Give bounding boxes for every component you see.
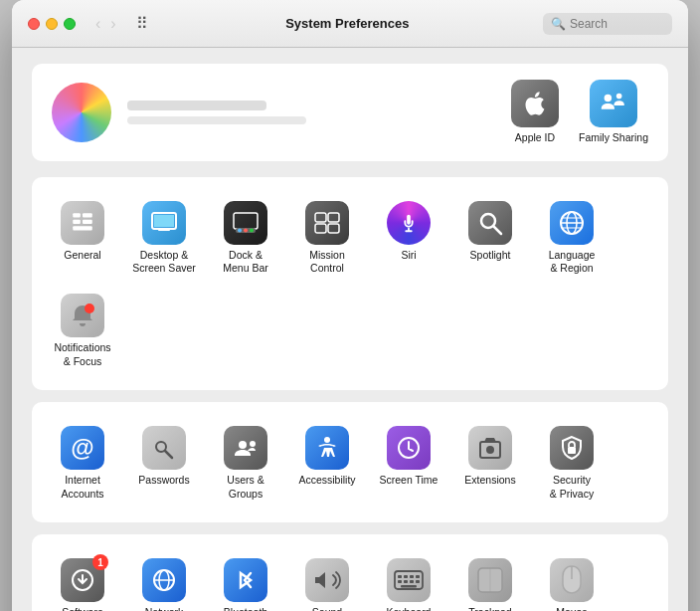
- keyboard-label: Keyboard: [387, 606, 432, 611]
- svg-point-11: [238, 228, 242, 232]
- bluetooth-label: Bluetooth: [224, 606, 267, 611]
- profile-info: [127, 101, 495, 124]
- pref-security[interactable]: Security& Privacy: [533, 418, 611, 507]
- trackpad-icon: [468, 558, 512, 602]
- avatar: [52, 83, 111, 142]
- pref-keyboard[interactable]: Keyboard: [370, 550, 447, 611]
- pref-language[interactable]: Language& Region: [533, 193, 611, 282]
- accessibility-icon: [305, 426, 349, 470]
- personal-grid: General Desktop &Screen Saver: [44, 193, 656, 375]
- svg-point-29: [250, 441, 256, 447]
- pref-users[interactable]: Users &Groups: [207, 418, 284, 507]
- apple-id-icon: [511, 80, 559, 127]
- sound-label: Sound: [312, 606, 342, 611]
- svg-rect-17: [328, 224, 339, 233]
- pref-software-update[interactable]: 1 SoftwareUpdate: [44, 550, 121, 611]
- back-button[interactable]: ‹: [91, 14, 104, 34]
- pref-bluetooth[interactable]: Bluetooth: [207, 550, 284, 611]
- spotlight-label: Spotlight: [470, 249, 511, 263]
- svg-rect-5: [83, 213, 92, 217]
- users-label: Users &Groups: [227, 474, 263, 501]
- software-update-icon: 1: [61, 558, 104, 602]
- users-icon: [224, 426, 267, 470]
- profile-section: Apple ID Family Sharing: [32, 64, 668, 161]
- network-label: Network: [145, 606, 184, 611]
- pref-network[interactable]: Network: [125, 550, 203, 611]
- minimize-button[interactable]: [46, 18, 58, 30]
- maximize-button[interactable]: [64, 18, 76, 30]
- apple-id-label: Apple ID: [515, 131, 555, 145]
- svg-rect-15: [328, 213, 339, 222]
- svg-rect-16: [315, 224, 326, 233]
- svg-rect-8: [154, 215, 174, 227]
- svg-rect-47: [416, 580, 420, 583]
- notifications-label: Notifications& Focus: [54, 341, 110, 368]
- mouse-icon: [550, 558, 594, 602]
- svg-rect-43: [416, 575, 420, 578]
- siri-icon: [387, 201, 431, 245]
- family-sharing-button[interactable]: Family Sharing: [579, 80, 648, 145]
- apple-id-button[interactable]: Apple ID: [511, 80, 559, 145]
- svg-point-33: [486, 446, 494, 454]
- svg-rect-9: [234, 213, 258, 229]
- pref-extensions[interactable]: Extensions: [451, 418, 529, 507]
- svg-point-0: [605, 95, 612, 102]
- svg-rect-44: [398, 580, 402, 583]
- svg-rect-14: [315, 213, 326, 222]
- pref-passwords[interactable]: Passwords: [125, 418, 203, 507]
- search-box: 🔍: [543, 13, 672, 35]
- software-update-label: SoftwareUpdate: [62, 606, 102, 611]
- internet-icon: @: [61, 426, 104, 470]
- pref-screentime[interactable]: Screen Time: [370, 418, 447, 507]
- language-icon: [550, 201, 594, 245]
- pref-spotlight[interactable]: Spotlight: [451, 193, 529, 282]
- svg-line-19: [494, 226, 502, 234]
- notifications-icon: [61, 294, 104, 337]
- general-label: General: [64, 249, 100, 263]
- svg-rect-41: [404, 575, 408, 578]
- accounts-section: @ InternetAccounts Passwords: [32, 402, 668, 522]
- search-input[interactable]: [570, 17, 659, 31]
- trackpad-label: Trackpad: [468, 606, 511, 611]
- titlebar: ‹ › ⠿ System Preferences 🔍: [12, 0, 688, 48]
- search-icon: 🔍: [551, 17, 566, 31]
- pref-sound[interactable]: Sound: [288, 550, 366, 611]
- svg-rect-2: [73, 213, 81, 217]
- svg-rect-6: [83, 219, 92, 223]
- passwords-label: Passwords: [138, 474, 189, 488]
- close-button[interactable]: [28, 18, 40, 30]
- svg-rect-4: [73, 226, 92, 230]
- forward-button[interactable]: ›: [106, 14, 119, 34]
- mission-icon: [305, 201, 349, 245]
- spotlight-icon: [468, 201, 512, 245]
- language-label: Language& Region: [549, 249, 596, 276]
- mission-label: MissionControl: [309, 249, 345, 276]
- svg-rect-40: [398, 575, 402, 578]
- pref-general[interactable]: General: [44, 193, 121, 282]
- accounts-grid: @ InternetAccounts Passwords: [44, 418, 656, 507]
- passwords-icon: [142, 426, 186, 470]
- extensions-label: Extensions: [464, 474, 515, 488]
- grid-view-button[interactable]: ⠿: [132, 12, 152, 35]
- hardware-section: 1 SoftwareUpdate Network: [32, 534, 668, 611]
- profile-actions: Apple ID Family Sharing: [511, 80, 648, 145]
- pref-desktop[interactable]: Desktop &Screen Saver: [125, 193, 203, 282]
- svg-point-30: [324, 437, 330, 443]
- dock-icon: [224, 201, 267, 245]
- svg-rect-42: [410, 575, 414, 578]
- pref-trackpad[interactable]: Trackpad: [451, 550, 529, 611]
- pref-mission[interactable]: MissionControl: [288, 193, 366, 282]
- pref-accessibility[interactable]: Accessibility: [288, 418, 366, 507]
- svg-point-1: [616, 94, 622, 100]
- svg-point-12: [244, 228, 248, 232]
- svg-point-28: [239, 441, 247, 449]
- pref-siri[interactable]: Siri: [370, 193, 447, 282]
- svg-point-25: [85, 304, 94, 313]
- pref-mouse[interactable]: Mouse: [533, 550, 611, 611]
- svg-line-27: [165, 451, 172, 458]
- pref-internet[interactable]: @ InternetAccounts: [44, 418, 121, 507]
- pref-notifications[interactable]: Notifications& Focus: [44, 286, 121, 374]
- siri-label: Siri: [401, 249, 416, 263]
- pref-dock[interactable]: Dock &Menu Bar: [207, 193, 284, 282]
- profile-name-placeholder: [127, 101, 266, 110]
